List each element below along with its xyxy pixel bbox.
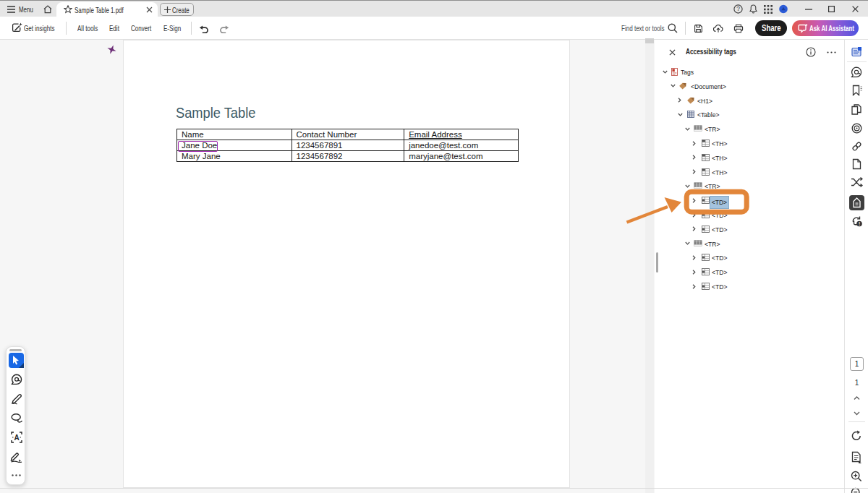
svg-text:?: ? [736, 5, 740, 12]
svg-text:A: A [14, 434, 19, 442]
svg-text:!: ! [859, 221, 860, 226]
